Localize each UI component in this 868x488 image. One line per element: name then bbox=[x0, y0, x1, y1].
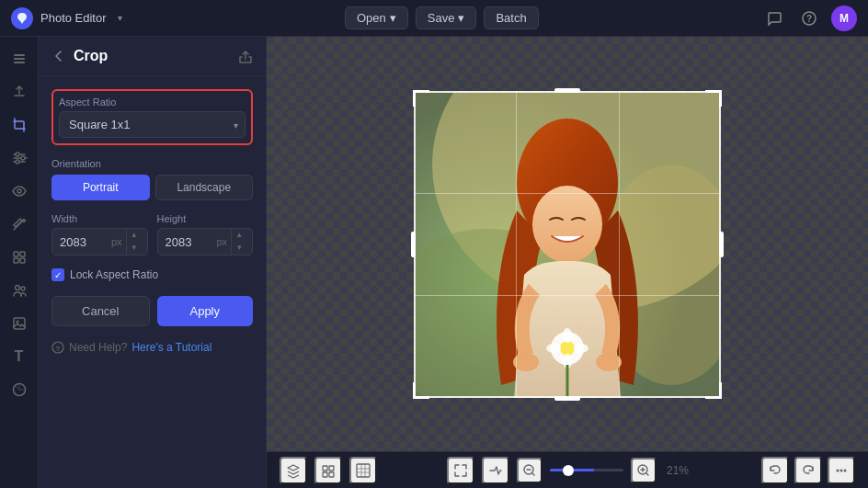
svg-point-33 bbox=[574, 344, 588, 353]
svg-rect-39 bbox=[323, 472, 327, 477]
sidebar-body: Aspect Ratio Free Square 1x1 4:3 16:9 3:… bbox=[39, 76, 266, 488]
width-increment-button[interactable]: ▲ bbox=[127, 229, 142, 242]
svg-point-34 bbox=[563, 328, 572, 343]
width-decrement-button[interactable]: ▼ bbox=[127, 242, 142, 255]
photo-image bbox=[414, 91, 721, 398]
width-input[interactable] bbox=[52, 231, 108, 254]
history-bottom-icon[interactable] bbox=[314, 457, 342, 484]
help-icon-button[interactable]: ? bbox=[796, 6, 822, 31]
layers-bottom-icon[interactable] bbox=[280, 457, 307, 484]
svg-text:?: ? bbox=[806, 14, 812, 24]
sidebar-header: Crop bbox=[39, 37, 266, 76]
rail-layers-icon[interactable] bbox=[5, 44, 34, 74]
photo-container[interactable] bbox=[414, 91, 721, 398]
fit-view-button[interactable] bbox=[447, 457, 474, 484]
save-button[interactable]: Save ▾ bbox=[416, 6, 477, 29]
rail-eye-icon[interactable] bbox=[5, 176, 34, 206]
width-spinners: ▲ ▼ bbox=[126, 229, 142, 255]
svg-rect-37 bbox=[323, 466, 327, 471]
open-button[interactable]: Open ▾ bbox=[345, 6, 408, 29]
rail-sticker-icon[interactable] bbox=[5, 375, 34, 404]
svg-point-45 bbox=[840, 469, 843, 471]
zoom-in-button[interactable] bbox=[631, 458, 657, 483]
help-tutorial-link[interactable]: Here's a Tutorial bbox=[131, 341, 211, 354]
zoom-percentage: 21% bbox=[664, 464, 691, 477]
rail-adjust-icon[interactable] bbox=[5, 143, 34, 173]
height-input[interactable] bbox=[158, 231, 213, 254]
landscape-button[interactable]: Landscape bbox=[155, 175, 254, 200]
height-label: Height bbox=[157, 213, 254, 224]
rail-people-icon[interactable] bbox=[5, 276, 34, 305]
width-unit: px bbox=[108, 236, 126, 247]
sidebar-panel: Crop Aspect Ratio Free Square 1x1 4:3 16… bbox=[39, 37, 267, 488]
height-decrement-button[interactable]: ▼ bbox=[232, 242, 246, 255]
svg-rect-38 bbox=[329, 466, 334, 471]
bottom-center-zoom: 21% bbox=[447, 457, 691, 484]
save-chevron-icon: ▾ bbox=[458, 11, 464, 25]
batch-button[interactable]: Batch bbox=[484, 6, 538, 29]
height-field: Height px ▲ ▼ bbox=[157, 213, 254, 255]
main-content: T Crop Aspect Rati bbox=[0, 37, 868, 488]
share-icon[interactable] bbox=[238, 48, 253, 63]
zoom-slider[interactable] bbox=[550, 469, 623, 471]
svg-text:?: ? bbox=[56, 345, 61, 353]
undo-button[interactable] bbox=[761, 457, 789, 484]
svg-point-28 bbox=[513, 353, 539, 371]
aspect-ratio-section: Aspect Ratio Free Square 1x1 4:3 16:9 3:… bbox=[51, 89, 253, 145]
orientation-buttons: Portrait Landscape bbox=[51, 175, 253, 200]
cancel-button[interactable]: Cancel bbox=[51, 296, 150, 326]
rail-frames-icon[interactable] bbox=[5, 243, 34, 272]
dimensions-section: Width px ▲ ▼ Height px bbox=[51, 213, 253, 255]
rail-crop-icon[interactable] bbox=[5, 110, 34, 140]
lock-aspect-row: ✓ Lock Aspect Ratio bbox=[51, 268, 253, 281]
apply-button[interactable]: Apply bbox=[157, 296, 254, 326]
canvas-content bbox=[267, 37, 868, 451]
rail-export-icon[interactable] bbox=[5, 77, 34, 107]
help-row: ? Need Help? Here's a Tutorial bbox=[51, 341, 253, 354]
portrait-button[interactable]: Portrait bbox=[51, 175, 150, 200]
height-input-wrap: px ▲ ▼ bbox=[157, 228, 254, 255]
width-label: Width bbox=[51, 213, 148, 224]
rail-text-icon[interactable]: T bbox=[5, 342, 34, 371]
svg-point-5 bbox=[17, 189, 21, 193]
help-text: Need Help? bbox=[69, 341, 127, 354]
more-options-button[interactable] bbox=[828, 457, 855, 484]
svg-point-46 bbox=[844, 469, 847, 471]
orientation-label: Orientation bbox=[51, 158, 253, 169]
topbar: Photo Editor ▾ Open ▾ Save ▾ Batch ? M bbox=[0, 0, 868, 37]
sidebar-back-button[interactable] bbox=[51, 49, 66, 63]
zoom-out-button[interactable] bbox=[517, 458, 542, 483]
redo-button[interactable] bbox=[794, 457, 822, 484]
svg-rect-12 bbox=[14, 318, 25, 329]
open-chevron-icon: ▾ bbox=[390, 11, 396, 25]
canvas-area: 21% bbox=[267, 37, 868, 488]
sidebar-title: Crop bbox=[74, 48, 231, 64]
svg-rect-41 bbox=[357, 464, 370, 477]
user-avatar[interactable]: M bbox=[831, 6, 857, 31]
svg-point-32 bbox=[546, 344, 561, 353]
app-logo bbox=[11, 7, 33, 29]
rail-image-icon[interactable] bbox=[5, 309, 34, 338]
height-spinners: ▲ ▼ bbox=[231, 229, 246, 255]
chat-icon-button[interactable] bbox=[761, 6, 787, 31]
svg-point-44 bbox=[837, 469, 839, 471]
grid-bottom-icon[interactable] bbox=[349, 457, 377, 484]
action-buttons: Cancel Apply bbox=[51, 296, 253, 326]
zoom-fit-button[interactable] bbox=[482, 457, 509, 484]
svg-rect-7 bbox=[20, 252, 25, 256]
svg-rect-8 bbox=[14, 258, 18, 263]
svg-rect-4 bbox=[14, 62, 25, 63]
lock-aspect-label: Lock Aspect Ratio bbox=[70, 268, 158, 281]
help-circle-icon: ? bbox=[51, 341, 64, 354]
checkmark-icon: ✓ bbox=[54, 270, 62, 280]
lock-aspect-checkbox[interactable]: ✓ bbox=[51, 268, 64, 281]
aspect-ratio-label: Aspect Ratio bbox=[59, 96, 246, 108]
width-field: Width px ▲ ▼ bbox=[51, 213, 148, 255]
aspect-ratio-select[interactable]: Free Square 1x1 4:3 16:9 3:2 Custom bbox=[59, 111, 246, 138]
svg-point-31 bbox=[560, 341, 575, 356]
height-increment-button[interactable]: ▲ bbox=[232, 229, 246, 242]
rail-magic-icon[interactable] bbox=[5, 210, 34, 239]
app-name-chevron: ▾ bbox=[118, 13, 122, 23]
bottom-toolbar: 21% bbox=[267, 451, 868, 488]
height-unit: px bbox=[213, 236, 232, 247]
